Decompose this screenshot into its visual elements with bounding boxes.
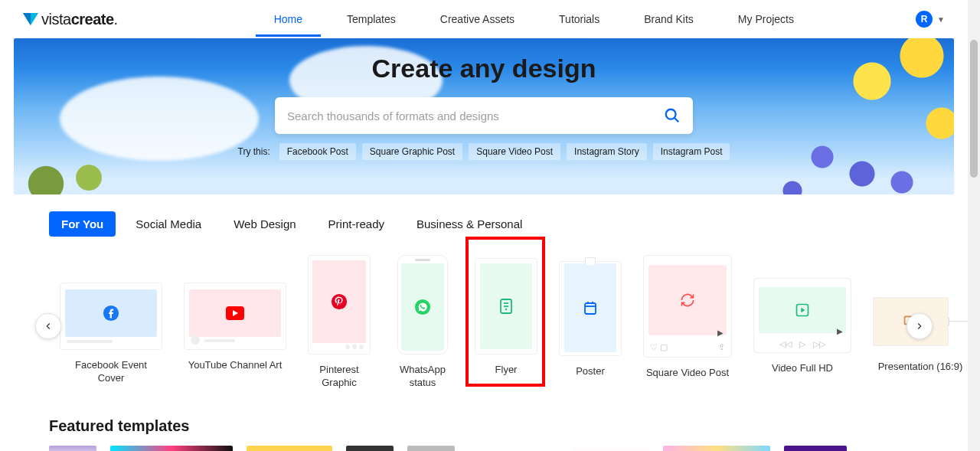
nav-my-projects[interactable]: My Projects	[720, 2, 812, 37]
format-square-video-post[interactable]: ▶ ♡ ▢⇪ Square Video Post	[643, 255, 732, 380]
format-poster[interactable]: Poster	[559, 255, 622, 378]
svg-rect-13	[585, 303, 596, 314]
main-nav: Home Templates Creative Assets Tutorials…	[256, 2, 812, 37]
scrollbar-thumb[interactable]	[970, 40, 978, 178]
template-thumb[interactable]	[469, 446, 559, 451]
featured-templates-title: Featured templates	[49, 417, 968, 435]
calendar-icon	[583, 300, 597, 315]
format-thumb	[60, 283, 162, 350]
format-label: Poster	[576, 365, 605, 378]
template-thumb[interactable]	[663, 446, 770, 451]
refresh-icon	[680, 292, 695, 308]
logo-icon	[23, 11, 38, 27]
carousel-prev-button[interactable]	[35, 313, 61, 339]
try-label: Try this:	[238, 146, 270, 157]
chevron-right-icon	[914, 321, 925, 332]
logo-suffix: .	[114, 11, 118, 28]
template-thumb[interactable]	[110, 446, 233, 451]
formats-carousel: Facebook Event Cover YouTube Channel Art	[0, 255, 968, 390]
forward-icon: ▷▷	[813, 339, 825, 349]
template-thumb[interactable]	[346, 446, 394, 451]
nav-brand-kits[interactable]: Brand Kits	[626, 2, 712, 37]
rewind-icon: ◁◁	[779, 339, 792, 349]
format-thumb: ▶ ♡ ▢⇪	[643, 255, 732, 358]
format-thumb	[397, 255, 448, 355]
tab-business-personal[interactable]: Business & Personal	[404, 211, 534, 237]
play-icon: ▷	[799, 339, 805, 349]
format-whatsapp-status[interactable]: WhatsApp status	[392, 255, 453, 390]
format-label: Video Full HD	[772, 362, 833, 375]
try-suggestions: Try this: Facebook Post Square Graphic P…	[238, 143, 730, 160]
format-youtube-channel-art[interactable]: YouTube Channel Art	[184, 255, 286, 372]
chip-instagram-story[interactable]: Instagram Story	[567, 143, 647, 160]
format-label: Facebook Event Cover	[61, 359, 161, 385]
featured-templates-row: COMPANY NAME	[0, 446, 968, 451]
hero-banner: Create any design Try this: Facebook Pos…	[14, 38, 954, 194]
template-thumb[interactable]	[49, 446, 96, 451]
chip-square-graphic-post[interactable]: Square Graphic Post	[362, 143, 462, 160]
search-input[interactable]	[287, 109, 664, 123]
tab-web-design[interactable]: Web Design	[221, 211, 308, 237]
search-bar[interactable]	[275, 97, 693, 134]
page-scrollbar[interactable]	[968, 0, 980, 451]
nav-templates[interactable]: Templates	[328, 2, 414, 37]
svg-point-7	[332, 293, 347, 309]
hero-decor-right	[763, 38, 954, 194]
play-indicator-icon: ▶	[717, 328, 724, 337]
tab-social-media[interactable]: Social Media	[123, 211, 214, 237]
svg-marker-18	[801, 308, 805, 313]
search-icon[interactable]	[664, 107, 681, 124]
chip-square-video-post[interactable]: Square Video Post	[469, 143, 560, 160]
template-thumb[interactable]	[573, 446, 649, 451]
tab-for-you[interactable]: For You	[49, 211, 116, 237]
nav-home[interactable]: Home	[256, 2, 321, 37]
facebook-icon	[103, 305, 119, 322]
header-right: R ▼	[916, 11, 945, 28]
flyer-icon	[498, 298, 514, 315]
format-thumb	[308, 255, 371, 355]
user-menu-caret-icon[interactable]: ▼	[937, 15, 945, 24]
template-thumb[interactable]	[407, 446, 455, 451]
heart-icon: ♡ ▢	[650, 342, 668, 352]
format-video-full-hd[interactable]: ▶ ◁◁▷▷▷ Video Full HD	[753, 255, 851, 375]
hero-title: Create any design	[372, 54, 596, 83]
chip-facebook-post[interactable]: Facebook Post	[279, 143, 356, 160]
chip-instagram-post[interactable]: Instagram Post	[653, 143, 730, 160]
logo[interactable]: vistacreate.	[23, 11, 118, 28]
hero-decor-left	[14, 141, 121, 194]
format-label: YouTube Channel Art	[188, 359, 283, 372]
top-header: vistacreate. Home Templates Creative Ass…	[0, 0, 968, 38]
format-facebook-event-cover[interactable]: Facebook Event Cover	[60, 255, 162, 385]
format-label: Flyer	[495, 364, 518, 377]
user-avatar[interactable]: R	[916, 11, 933, 28]
youtube-icon	[226, 306, 244, 320]
template-thumb[interactable]: COMPANY NAME	[247, 446, 332, 451]
carousel-next-button[interactable]	[906, 313, 933, 339]
pinterest-icon	[331, 293, 348, 310]
svg-marker-1	[23, 13, 31, 25]
svg-point-2	[666, 109, 676, 119]
format-label: WhatsApp status	[392, 364, 453, 390]
logo-text-2: create	[71, 11, 114, 28]
category-tabs: For You Social Media Web Design Print-re…	[49, 211, 968, 237]
format-label: Pinterest Graphic	[308, 364, 371, 390]
svg-point-12	[505, 309, 507, 310]
nav-creative-assets[interactable]: Creative Assets	[422, 2, 533, 37]
tab-print-ready[interactable]: Print-ready	[316, 211, 397, 237]
share-icon: ⇪	[718, 342, 725, 352]
play-indicator-icon: ▶	[837, 327, 843, 335]
whatsapp-icon	[414, 299, 431, 315]
format-thumb: ▶ ◁◁▷▷▷	[753, 278, 851, 353]
chevron-left-icon	[43, 321, 54, 332]
play-box-icon	[795, 302, 810, 318]
format-thumb	[184, 283, 286, 350]
format-label: Presentation (16:9)	[878, 361, 963, 374]
format-thumb	[559, 261, 622, 356]
format-label: Square Video Post	[646, 367, 729, 380]
format-flyer[interactable]: Flyer	[475, 255, 537, 377]
format-pinterest-graphic[interactable]: Pinterest Graphic	[308, 255, 371, 390]
format-thumb	[475, 258, 537, 355]
svg-line-3	[675, 118, 679, 123]
template-thumb[interactable]	[784, 446, 847, 451]
nav-tutorials[interactable]: Tutorials	[541, 2, 618, 37]
